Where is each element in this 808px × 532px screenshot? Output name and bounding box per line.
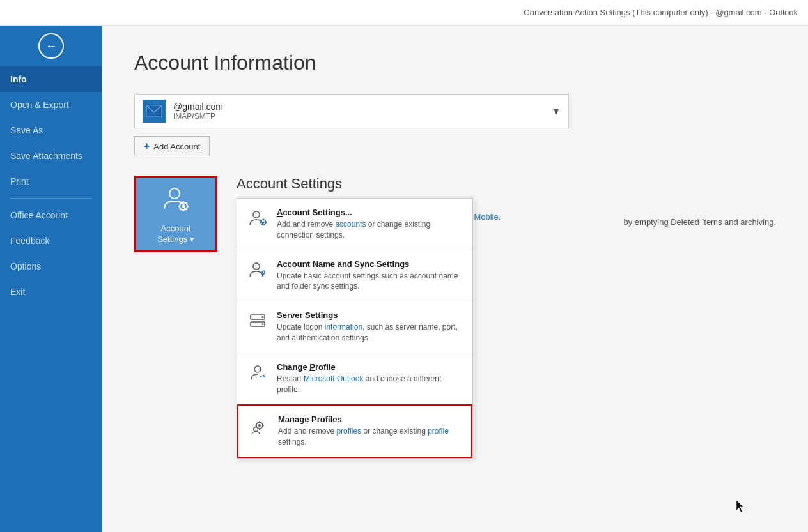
change-profile-icon (247, 362, 268, 383)
right-text-1: by emptying Deleted Items and archiving. (624, 217, 776, 227)
svg-point-14 (263, 222, 265, 224)
title-bar: Conversation Action Settings (This compu… (0, 0, 808, 26)
menu-item-change-profile[interactable]: Change Profile Restart Microsoft Outlook… (237, 353, 472, 405)
account-email-title: @gmail.com (715, 8, 761, 17)
account-settings-icon (160, 183, 191, 220)
menu-item-account-settings[interactable]: Account Settings... Add and remove accou… (237, 199, 472, 250)
main-content: Account Information @gmail.com IMAP/SMTP… (102, 26, 808, 532)
menu-item-server-settings[interactable]: Server Settings Update logon information… (237, 301, 472, 353)
right-section-text: by emptying Deleted Items and archiving. (624, 217, 776, 232)
account-settings-menu-desc: Add and remove accounts or change existi… (277, 219, 462, 241)
change-profile-menu-text: Change Profile Restart Microsoft Outlook… (277, 362, 462, 395)
account-type: IMAP/SMTP (173, 112, 552, 121)
manage-profiles-menu-desc: Add and remove profiles or change existi… (278, 426, 461, 448)
account-selector[interactable]: @gmail.com IMAP/SMTP ▼ (134, 94, 569, 128)
svg-point-19 (253, 263, 260, 270)
change-profile-menu-title: Change Profile (277, 362, 462, 372)
conversation-settings-label: Conversation Action Settings (This compu… (524, 8, 713, 17)
name-sync-menu-text: Account Name and Sync Settings Update ba… (277, 259, 462, 293)
cursor (736, 500, 744, 513)
back-circle-icon: ← (38, 33, 64, 59)
settings-title: Account Settings (237, 176, 501, 192)
page-title: Account Information (134, 51, 776, 75)
sidebar-item-save-attachments[interactable]: Save Attachments (0, 143, 102, 169)
svg-point-31 (254, 427, 258, 432)
server-settings-menu-desc: Update logon information, such as server… (277, 322, 462, 344)
add-account-label: Add Account (153, 142, 200, 151)
sidebar-item-exit[interactable]: Exit (0, 279, 102, 305)
svg-point-21 (262, 316, 264, 318)
svg-point-23 (262, 323, 264, 325)
name-sync-icon (247, 259, 268, 280)
account-email: @gmail.com (173, 102, 552, 112)
account-settings-menu-title: Account Settings... (277, 208, 462, 217)
svg-point-3 (182, 204, 185, 208)
sidebar-item-options[interactable]: Options (0, 254, 102, 279)
sidebar-item-save-as[interactable]: Save As (0, 118, 102, 143)
svg-point-1 (169, 188, 180, 199)
sidebar-item-feedback[interactable]: Feedback (0, 228, 102, 254)
svg-point-24 (254, 366, 261, 372)
server-settings-icon (247, 310, 268, 331)
plus-icon: + (144, 141, 150, 152)
account-settings-button-label: Account Settings ▾ (157, 224, 194, 245)
account-settings-menu-text: Account Settings... Add and remove accou… (277, 208, 462, 241)
sidebar-item-print[interactable]: Print (0, 169, 102, 194)
svg-point-12 (253, 211, 260, 218)
account-dropdown-arrow[interactable]: ▼ (552, 106, 561, 116)
back-button[interactable]: ← (0, 26, 102, 66)
change-profile-menu-desc: Restart Microsoft Outlook and choose a d… (277, 374, 462, 395)
dropdown-menu: Account Settings... Add and remove accou… (237, 198, 473, 459)
sidebar-item-info[interactable]: Info (0, 66, 102, 92)
menu-item-name-sync[interactable]: Account Name and Sync Settings Update ba… (237, 250, 472, 302)
manage-profiles-menu-text: Manage Profiles Add and remove profiles … (278, 414, 461, 448)
add-account-button[interactable]: + Add Account (134, 136, 210, 156)
server-settings-menu-title: Server Settings (277, 310, 462, 320)
account-icon (143, 100, 166, 123)
account-details: @gmail.com IMAP/SMTP (173, 102, 552, 121)
account-settings-menu-icon (247, 208, 268, 228)
sidebar-item-office-account[interactable]: Office Account (0, 202, 102, 228)
name-sync-menu-desc: Update basic account settings such as ac… (277, 271, 462, 293)
sidebar-item-open-export[interactable]: Open & Export (0, 92, 102, 118)
svg-point-26 (258, 424, 261, 427)
server-settings-menu-text: Server Settings Update logon information… (277, 310, 462, 344)
name-sync-menu-title: Account Name and Sync Settings (277, 259, 462, 269)
sidebar-divider (10, 198, 92, 199)
manage-profiles-menu-title: Manage Profiles (278, 414, 461, 424)
manage-profiles-icon (249, 414, 269, 435)
sidebar: ← Info Open & Export Save As Save Attach… (0, 26, 102, 532)
account-settings-button[interactable]: Account Settings ▾ (134, 176, 217, 252)
menu-item-manage-profiles[interactable]: Manage Profiles Add and remove profiles … (237, 404, 472, 458)
app-name-title: Outlook (769, 8, 798, 17)
